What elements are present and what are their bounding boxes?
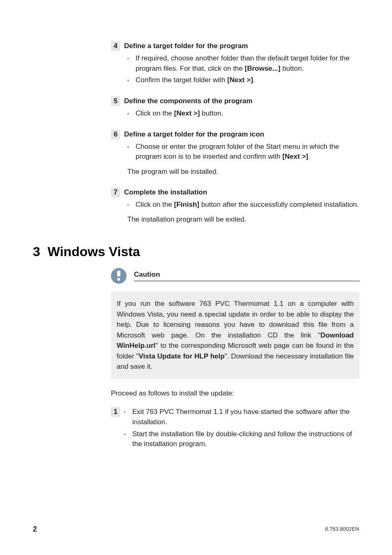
- vista-section: Caution If you run the software 763 PVC …: [111, 268, 360, 451]
- step-title: Complete the installation: [124, 187, 207, 197]
- step-number: 5: [111, 96, 120, 106]
- bullet-item: Start the installation file by double-cl…: [124, 429, 360, 449]
- step-6: 6Define a target folder for the program …: [111, 130, 360, 177]
- vista-step-bullets: Exit 763 PVC Thermomat 1.1 if you have s…: [124, 407, 360, 449]
- step-body: If required, choose another folder than …: [127, 53, 360, 86]
- step-number: 1: [111, 407, 120, 417]
- caution-title-wrap: Caution: [134, 268, 360, 281]
- step-result: The program will be installed.: [127, 167, 360, 177]
- bullet-item: If required, choose another folder than …: [127, 53, 360, 74]
- step-number: 7: [111, 187, 120, 197]
- section-number: 3: [33, 244, 40, 259]
- section-heading: 3Windows Vista: [33, 243, 140, 261]
- caution-icon: [111, 268, 127, 284]
- page-footer: 2 8.763.8002EN: [33, 524, 359, 534]
- step-bullets: Click on the [Next >] button.: [127, 109, 360, 119]
- step-bullets: Click on the [Finish] button after the s…: [127, 200, 360, 210]
- caution-body: If you run the software 763 PVC Thermoma…: [111, 292, 360, 379]
- bullet-item: Exit 763 PVC Thermomat 1.1 if you have s…: [124, 407, 360, 427]
- step-5: 5Define the components of the programCli…: [111, 96, 360, 119]
- step-number: 4: [111, 41, 120, 51]
- step-header-row: 6Define a target folder for the program …: [111, 130, 360, 139]
- caution-title: Caution: [134, 270, 360, 281]
- step-number: 6: [111, 130, 120, 139]
- bullet-item: Click on the [Next >] button.: [127, 109, 360, 119]
- step-bullets: Choose or enter the program folder of th…: [127, 142, 360, 162]
- footer-page-number: 2: [33, 524, 37, 534]
- step-7: 7Complete the installationClick on the […: [111, 187, 360, 224]
- step-title: Define a target folder for the program: [124, 41, 248, 51]
- step-body: Click on the [Next >] button.: [127, 109, 360, 119]
- svg-point-1: [118, 278, 120, 281]
- svg-rect-0: [117, 271, 120, 276]
- step-bullets: If required, choose another folder than …: [127, 53, 360, 86]
- step-header-row: 7Complete the installation: [111, 187, 360, 197]
- bullet-item: Click on the [Finish] button after the s…: [127, 200, 360, 210]
- section-title: Windows Vista: [48, 244, 140, 259]
- proceed-text: Proceed as follows to install the update…: [111, 388, 360, 398]
- step-title: Define the components of the program: [124, 96, 253, 106]
- bullet-item: Confirm the target folder with [Next >].: [127, 75, 360, 86]
- vista-step-1: 1 Exit 763 PVC Thermomat 1.1 if you have…: [111, 407, 360, 451]
- bullet-item: Choose or enter the program folder of th…: [127, 142, 360, 162]
- caution-header-row: Caution: [111, 268, 360, 284]
- step-body: Click on the [Finish] button after the s…: [127, 200, 360, 224]
- step-4: 4Define a target folder for the programI…: [111, 41, 360, 86]
- step-header-row: 5Define the components of the program: [111, 96, 360, 106]
- step-body: Choose or enter the program folder of th…: [127, 142, 360, 177]
- step-result: The installation program will be exited.: [127, 215, 360, 224]
- footer-doc-code: 8.763.8002EN: [325, 525, 359, 533]
- step-header-row: 4Define a target folder for the program: [111, 41, 360, 51]
- step-title: Define a target folder for the program i…: [124, 130, 264, 139]
- steps-area: 4Define a target folder for the programI…: [111, 41, 360, 235]
